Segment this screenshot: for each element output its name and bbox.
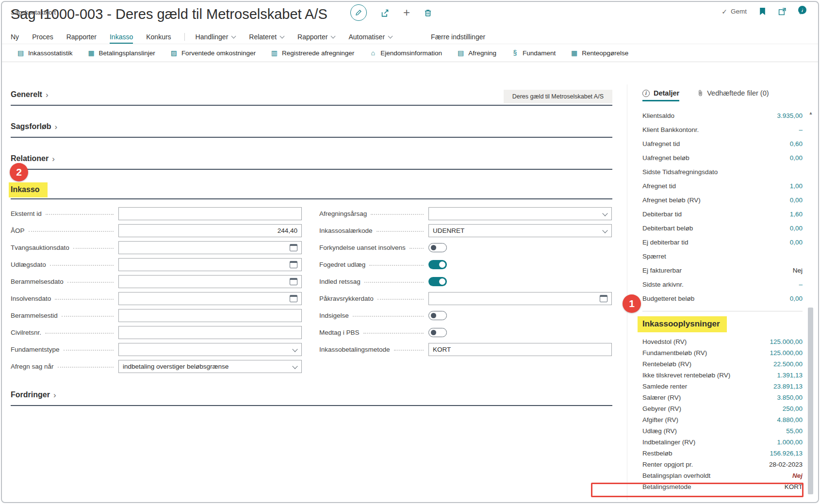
factbox-value[interactable]: 125.000,00 bbox=[770, 338, 803, 345]
action-button[interactable]: ▦ Renteopgørelse bbox=[570, 49, 628, 57]
factbox-value[interactable]: – bbox=[799, 281, 803, 288]
action-button[interactable]: ▤ Afregning bbox=[457, 49, 496, 57]
factbox-value[interactable]: 0,00 bbox=[790, 225, 803, 232]
factbox-value[interactable]: 250,00 bbox=[783, 405, 803, 412]
section-sagsforlob-header[interactable]: Sagsforløb› bbox=[11, 122, 612, 137]
factbox-value[interactable]: 0,00 bbox=[790, 154, 803, 162]
chevron-down-icon[interactable] bbox=[293, 364, 297, 369]
factbox-value[interactable]: 1.391,13 bbox=[777, 372, 803, 379]
factbox-value[interactable]: 1.000,00 bbox=[777, 439, 803, 446]
action-button-label: Fundament bbox=[523, 49, 556, 57]
field-input[interactable] bbox=[118, 343, 302, 356]
field-input[interactable]: KORT bbox=[428, 343, 612, 356]
open-in-new-window-icon[interactable] bbox=[778, 7, 787, 16]
scrollbar-thumb[interactable] bbox=[808, 308, 813, 494]
chevron-down-icon[interactable] bbox=[603, 211, 607, 216]
field-input[interactable] bbox=[428, 292, 612, 305]
factbox-label: Debiterbart beløb bbox=[642, 225, 693, 232]
section-inkasso-header[interactable]: Inkasso bbox=[11, 182, 612, 198]
toggle-switch[interactable] bbox=[428, 243, 447, 252]
factbox-value[interactable]: 23.891,13 bbox=[773, 383, 803, 390]
calendar-icon[interactable] bbox=[290, 278, 297, 285]
factbox-value[interactable]: 4.880,00 bbox=[777, 416, 803, 423]
action-button[interactable]: ▥ Registrerede afregninger bbox=[270, 49, 354, 57]
share-icon[interactable] bbox=[380, 8, 390, 17]
factbox-value[interactable]: 0,00 bbox=[790, 239, 803, 246]
menu-item[interactable]: Handlinger bbox=[184, 33, 236, 41]
chevron-down-icon bbox=[280, 34, 284, 38]
toggle-switch[interactable] bbox=[428, 328, 447, 337]
calendar-icon[interactable] bbox=[290, 244, 297, 251]
form-field-row: Indsigelse bbox=[319, 309, 612, 322]
pin-icon[interactable] bbox=[798, 7, 806, 15]
section-relationer-header[interactable]: Relationer› bbox=[11, 154, 612, 169]
scroll-up-arrow-icon[interactable]: ▲ bbox=[807, 110, 814, 116]
field-control bbox=[118, 258, 302, 271]
field-input[interactable] bbox=[118, 275, 302, 288]
related-entity-badge[interactable]: Deres gæld til Metroselskabet A/S bbox=[504, 90, 612, 103]
calendar-icon[interactable] bbox=[290, 295, 297, 302]
menu-item[interactable]: Færre indstillinger bbox=[431, 33, 485, 41]
field-input[interactable] bbox=[118, 292, 302, 305]
field-input[interactable]: UDENRET bbox=[428, 224, 612, 237]
calendar-icon[interactable] bbox=[600, 295, 607, 302]
field-input[interactable] bbox=[118, 241, 302, 254]
factbox-value[interactable]: – bbox=[799, 126, 803, 133]
factbox-value[interactable]: 1,00 bbox=[790, 182, 803, 190]
field-input[interactable] bbox=[118, 326, 302, 339]
factbox-value[interactable]: 0,60 bbox=[790, 140, 803, 147]
toggle-switch[interactable] bbox=[428, 260, 447, 269]
field-input[interactable] bbox=[428, 207, 612, 220]
menu-item[interactable]: Proces bbox=[32, 33, 53, 41]
factbox-scrollbar[interactable]: ▲ bbox=[807, 110, 814, 499]
toggle-switch[interactable] bbox=[428, 277, 447, 286]
form-field-row: Eksternt id bbox=[11, 207, 302, 220]
menu-item-label: Ny bbox=[11, 33, 19, 41]
toggle-switch[interactable] bbox=[428, 311, 447, 320]
action-button[interactable]: ▤ Inkassostatistik bbox=[16, 49, 73, 57]
main-pane: Generelt› Deres gæld til Metroselskabet … bbox=[11, 83, 612, 406]
menu-item[interactable]: Ny bbox=[11, 33, 19, 41]
factbox-label: Uafregnet beløb bbox=[642, 154, 689, 162]
factbox-value[interactable]: 125.000,00 bbox=[770, 349, 803, 357]
bookmark-icon[interactable] bbox=[759, 7, 766, 16]
edit-icon[interactable] bbox=[350, 4, 367, 21]
action-button[interactable]: § Fundament bbox=[511, 49, 556, 57]
chevron-down-icon[interactable] bbox=[293, 347, 297, 352]
dotted-leader bbox=[46, 214, 114, 215]
field-input[interactable] bbox=[118, 207, 302, 220]
field-input[interactable] bbox=[118, 309, 302, 322]
factbox-value[interactable]: 156.926,13 bbox=[770, 450, 803, 457]
menu-item[interactable]: Konkurs bbox=[146, 33, 171, 41]
tab-vedhaeftede-filer[interactable]: Vedhæftede filer (0) bbox=[698, 89, 769, 101]
menu-item[interactable]: Inkasso bbox=[110, 33, 133, 41]
section-generelt-header[interactable]: Generelt› Deres gæld til Metroselskabet … bbox=[11, 83, 612, 105]
factbox-value[interactable]: 3.850,00 bbox=[777, 394, 803, 401]
menu-item[interactable]: Automatiser bbox=[348, 33, 393, 41]
section-fordringer-header[interactable]: Fordringer› bbox=[11, 390, 612, 405]
factbox-value[interactable]: 1,60 bbox=[790, 211, 803, 218]
field-control bbox=[118, 326, 302, 339]
action-button[interactable]: ⌂ Ejendomsinformation bbox=[369, 49, 442, 57]
dotted-leader bbox=[55, 299, 114, 300]
form-field-row: Forkyndelse uanset insolvens bbox=[319, 241, 612, 254]
field-label: Afregn sag når bbox=[11, 363, 54, 370]
action-button[interactable]: ▨ Forventede omkostninger bbox=[170, 49, 256, 57]
menu-item[interactable]: Rapporter bbox=[297, 33, 335, 41]
factbox-value[interactable]: 55,00 bbox=[786, 427, 803, 435]
chevron-down-icon[interactable] bbox=[603, 228, 607, 233]
calendar-icon[interactable] bbox=[290, 261, 297, 268]
tab-detaljer[interactable]: i Detaljer bbox=[642, 89, 679, 101]
field-input[interactable]: indbetaling overstiger beløbsgrænse bbox=[118, 360, 302, 373]
factbox-value[interactable]: 22.500,00 bbox=[773, 360, 803, 368]
field-input[interactable]: 244,40 bbox=[118, 224, 302, 237]
action-button[interactable]: ▦ Betalingsplanslinjer bbox=[87, 49, 155, 57]
factbox-value[interactable]: 0,00 bbox=[790, 196, 803, 204]
menu-item[interactable]: Relateret bbox=[249, 33, 284, 41]
field-input[interactable] bbox=[118, 258, 302, 271]
factbox-value[interactable]: 3.935,00 bbox=[777, 112, 803, 119]
factbox-value[interactable]: 0,00 bbox=[790, 295, 803, 302]
delete-icon[interactable] bbox=[424, 8, 432, 17]
menu-item[interactable]: Rapporter bbox=[66, 33, 97, 41]
new-record-icon[interactable]: + bbox=[403, 8, 410, 17]
